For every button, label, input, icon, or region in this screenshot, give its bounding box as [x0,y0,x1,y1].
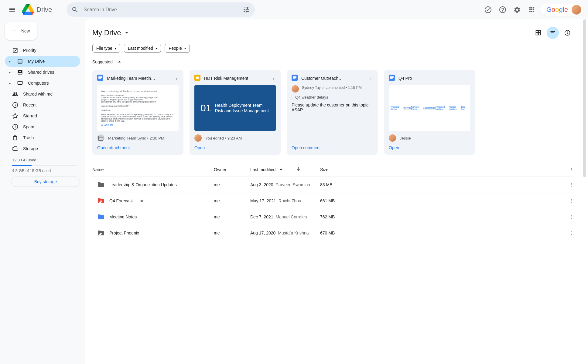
svg-rect-9 [293,76,296,77]
search-options-icon[interactable] [240,4,252,16]
commenter-avatar [292,85,299,93]
shared-with-me-icon [12,91,18,97]
table-header: Name Owner Last modified Size ⋮ [92,162,573,177]
card-action-link[interactable]: Open [194,145,276,150]
column-owner[interactable]: Owner [214,167,250,172]
suggested-card[interactable]: HDT Risk Management⋮01Health Deployment … [190,70,281,155]
filter-chip-file-type[interactable]: File type▾ [92,44,120,53]
star-icon[interactable]: ★ [140,198,144,203]
card-more-button[interactable]: ⋮ [174,76,179,81]
info-button[interactable] [561,27,573,39]
expand-icon[interactable]: ▸ [7,82,12,85]
apps-icon[interactable] [526,4,538,16]
calendar-icon [97,134,104,142]
filter-chip-people[interactable]: People▾ [165,44,190,53]
column-actions[interactable]: ⋮ [561,167,573,172]
sidebar-item-mydrive[interactable]: ▸My Drive [5,56,80,67]
app-name: Drive [36,6,52,14]
expand-icon[interactable]: ▸ [7,71,12,74]
suggested-card[interactable]: Marketing Team Meetin…⋮Note: create a co… [92,70,183,155]
filter-view-button[interactable] [547,27,559,39]
buy-storage-button[interactable]: Buy storage [11,177,80,187]
table-row[interactable]: Q4 Forecast★meMay 17, 2021 Ruichi Zhou66… [92,193,573,209]
drive-logo[interactable]: Drive [22,4,52,16]
sidebar-item-recent[interactable]: Recent [5,99,80,110]
sort-arrow-icon[interactable] [296,166,302,173]
sidebar-item-label: Computers [28,81,49,86]
sidebar-item-label: Shared with me [23,92,53,96]
svg-point-16 [100,201,101,202]
file-type-icon [194,75,200,82]
sidebar-item-storage[interactable]: Storage [5,143,80,154]
svg-rect-11 [293,78,295,79]
svg-rect-4 [98,78,101,79]
computers-icon [17,80,23,86]
card-more-button[interactable]: ⋮ [369,76,373,81]
main-menu-button[interactable] [5,2,19,17]
sidebar-item-trash[interactable]: Trash [5,132,80,143]
card-preview: Note: create a copy of this doc to prepa… [97,85,179,131]
search-icon[interactable] [69,4,81,16]
location-dropdown[interactable]: My Drive [92,29,130,37]
card-preview: 01Health Deployment Team Risk and Issue … [194,85,276,131]
user-avatar[interactable] [572,5,581,15]
column-name[interactable]: Name [92,167,214,172]
settings-icon[interactable] [511,4,523,16]
folder-icon [97,197,104,204]
row-more-button[interactable]: ⋮ [561,214,573,219]
help-icon[interactable] [497,4,509,16]
row-more-button[interactable]: ⋮ [561,231,573,235]
card-more-button[interactable]: ⋮ [466,76,470,81]
file-size: 762 MB [320,214,561,219]
file-type-icon [292,75,298,82]
sidebar-item-shared-with-me[interactable]: Shared with me [5,89,80,99]
plus-icon [10,27,18,35]
suggested-card[interactable]: Customer Outreach…⋮Sydney Taylor comment… [287,70,378,155]
new-button[interactable]: New [5,22,37,40]
offline-ready-icon[interactable] [482,4,494,16]
filter-chip-last-modified[interactable]: Last modified▾ [124,44,161,53]
file-owner: me [214,182,250,187]
card-more-button[interactable]: ⋮ [272,76,276,81]
svg-rect-14 [390,77,394,78]
expand-icon[interactable]: ▸ [7,60,12,63]
suggested-toggle[interactable]: Suggested [92,59,588,65]
suggested-card[interactable]: Q4 Pro⋮Proposal date &TitleAreaName of P… [384,70,475,155]
svg-rect-13 [390,76,394,77]
card-action-link[interactable]: Open comment [292,145,373,150]
search-input[interactable] [81,7,240,12]
column-modified[interactable]: Last modified [250,166,320,173]
file-modified: Aug 17, 2020 Mustafa Krishna [250,231,320,235]
sidebar-item-priority[interactable]: Priority [5,45,80,56]
storage-quota-text: 4.5 GB of 15 GB used [12,168,77,173]
sidebar-item-shared-drives[interactable]: ▸Shared drives [5,67,80,78]
table-row[interactable]: Meeting NotesmeDec 7, 2021 Manuel Corral… [92,209,573,225]
caret-down-icon [124,30,130,36]
column-size[interactable]: Size [320,167,561,172]
grid-view-button[interactable] [532,27,544,39]
search-bar[interactable] [67,2,255,17]
sidebar-item-spam[interactable]: Spam [5,121,80,132]
row-more-button[interactable]: ⋮ [561,182,573,187]
card-action-link[interactable]: Open attachment [97,145,179,150]
sidebar-item-label: My Drive [28,59,45,64]
scrollbar[interactable] [583,19,586,177]
main-content: My Drive File type▾Last modified▾People▾… [85,19,588,364]
folder-icon [97,181,104,188]
storage-bar [12,165,77,166]
card-title: Marketing Team Meetin… [107,76,171,81]
caret-down-icon [278,167,284,173]
table-row[interactable]: Leadership & Organization UpdatesmeAug 3… [92,177,573,193]
account-chip[interactable]: Google [540,4,583,16]
folder-icon [97,229,104,237]
file-owner: me [214,198,250,203]
sidebar-item-computers[interactable]: ▸Computers [5,78,80,89]
drive-logo-icon [22,4,34,16]
sidebar-item-starred[interactable]: Starred [5,110,80,121]
svg-point-0 [19,62,19,63]
row-more-button[interactable]: ⋮ [561,198,573,203]
card-action-link[interactable]: Open [389,145,470,150]
card-title: HDT Risk Management [204,76,268,81]
table-row[interactable]: Project PhoenixmeAug 17, 2020 Mustafa Kr… [92,225,573,241]
chevron-up-icon [116,59,122,65]
